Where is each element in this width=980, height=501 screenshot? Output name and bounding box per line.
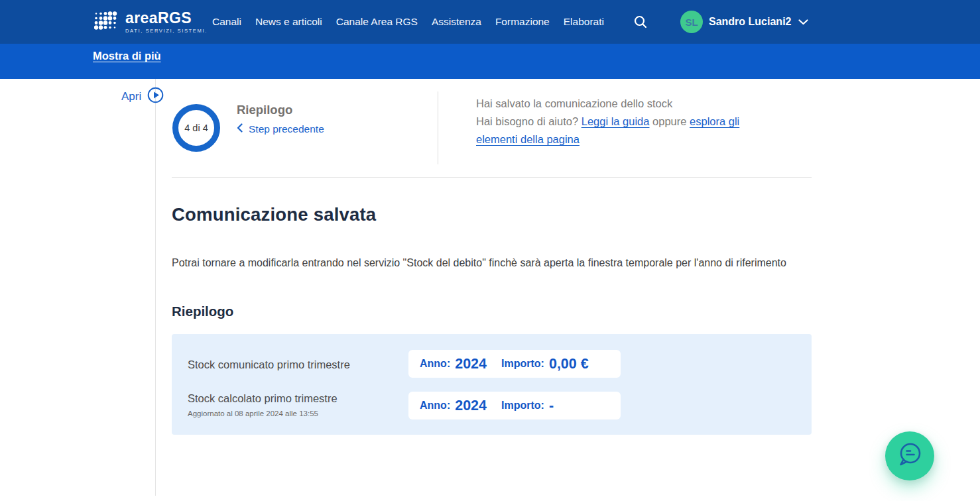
chat-button[interactable] bbox=[885, 431, 934, 480]
open-sidebar-label: Apri bbox=[121, 90, 141, 103]
search-icon[interactable] bbox=[633, 15, 648, 32]
logo-wordmark: areaRGS bbox=[125, 11, 208, 26]
dots-grid-logo-icon bbox=[94, 11, 118, 33]
previous-step-button[interactable]: Step precedente bbox=[237, 123, 324, 135]
page-description: Potrai tornare a modificarla entrando ne… bbox=[172, 254, 818, 272]
chevron-down-icon bbox=[798, 16, 808, 28]
secondary-bar: Mostra di più bbox=[0, 44, 980, 79]
page: areaRGS DATI, SERVIZI, SISTEMI. Canali N… bbox=[0, 0, 980, 501]
previous-step-label: Step precedente bbox=[249, 123, 324, 135]
summary-panel: Stock comunicato primo trimestre Anno: 2… bbox=[172, 334, 812, 435]
areargs-logo[interactable]: areaRGS DATI, SERVIZI, SISTEMI. bbox=[94, 11, 208, 34]
anno-label: Anno: bbox=[420, 400, 450, 412]
top-navigation-bar: areaRGS DATI, SERVIZI, SISTEMI. Canali N… bbox=[0, 0, 980, 44]
open-sidebar-button[interactable]: Apri bbox=[121, 87, 164, 106]
nav-item-elaborati[interactable]: Elaborati bbox=[564, 16, 604, 28]
nav-item-news-e-articoli[interactable]: News e articoli bbox=[255, 16, 322, 28]
logo-text: areaRGS DATI, SERVIZI, SISTEMI. bbox=[125, 11, 208, 34]
chat-bubble-icon bbox=[895, 440, 924, 472]
page-title: Comunicazione salvata bbox=[172, 204, 376, 225]
read-guide-link[interactable]: Leggi la guida bbox=[582, 115, 650, 127]
summary-value-box: Anno: 2024 Importo: 0,00 € bbox=[408, 350, 621, 378]
anno-value: 2024 bbox=[455, 356, 487, 372]
status-message: Hai salvato la comunicazione dello stock bbox=[476, 95, 748, 113]
summary-row-label: Stock calcolato primo trimestre bbox=[188, 392, 337, 405]
step-title: Riepilogo bbox=[237, 103, 324, 117]
summary-value-box: Anno: 2024 Importo: - bbox=[408, 392, 621, 419]
nav-item-canali[interactable]: Canali bbox=[212, 16, 241, 28]
summary-row-timestamp: Aggiornato al 08 aprile 2024 alle 13:55 bbox=[188, 410, 318, 418]
importo-value: 0,00 € bbox=[549, 356, 589, 372]
help-prefix: Hai bisogno di aiuto? bbox=[476, 115, 578, 127]
help-line: Hai bisogno di aiuto? Leggi la guida opp… bbox=[476, 113, 748, 148]
help-text-block: Hai salvato la comunicazione dello stock… bbox=[476, 95, 748, 148]
section-divider bbox=[172, 177, 812, 178]
avatar: SL bbox=[680, 11, 703, 33]
summary-title: Riepilogo bbox=[172, 304, 233, 319]
help-conjunction: oppure bbox=[652, 115, 686, 127]
chevron-left-icon bbox=[237, 123, 243, 135]
anno-label: Anno: bbox=[420, 358, 450, 370]
logo-tagline: DATI, SERVIZI, SISTEMI. bbox=[125, 28, 208, 34]
main-nav: Canali News e articoli Canale Area RGS A… bbox=[212, 0, 604, 44]
play-circle-icon bbox=[147, 87, 164, 106]
importo-label: Importo: bbox=[501, 400, 544, 412]
user-name: Sandro Luciani2 bbox=[709, 16, 791, 28]
importo-value: - bbox=[549, 398, 554, 414]
anno-value: 2024 bbox=[455, 398, 487, 414]
nav-item-assistenza[interactable]: Assistenza bbox=[432, 16, 481, 28]
nav-item-formazione[interactable]: Formazione bbox=[495, 16, 550, 28]
sidebar-divider bbox=[155, 79, 156, 496]
stepper-divider bbox=[438, 91, 438, 164]
summary-row-label: Stock comunicato primo trimestre bbox=[188, 359, 350, 371]
step-info: Riepilogo Step precedente bbox=[237, 103, 324, 135]
user-menu[interactable]: SL Sandro Luciani2 bbox=[680, 0, 808, 44]
step-progress-label: 4 di 4 bbox=[184, 123, 208, 133]
step-progress-indicator: 4 di 4 bbox=[172, 104, 220, 152]
show-more-link[interactable]: Mostra di più bbox=[93, 50, 161, 62]
nav-item-canale-area-rgs[interactable]: Canale Area RGS bbox=[336, 16, 418, 28]
importo-label: Importo: bbox=[501, 358, 544, 370]
